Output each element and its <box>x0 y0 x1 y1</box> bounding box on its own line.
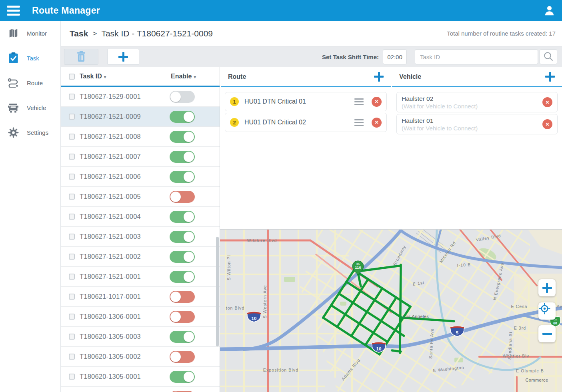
table-row[interactable]: T180620-1305-0001 <box>61 367 220 387</box>
row-checkbox[interactable] <box>69 374 75 380</box>
row-checkbox[interactable] <box>69 214 75 220</box>
table-row[interactable]: T180627-1521-0009 <box>61 107 220 127</box>
task-id-cell: T180627-1529-0001 <box>80 93 141 100</box>
enable-toggle[interactable] <box>170 371 195 383</box>
sidebar-item-monitor[interactable]: Monitor <box>0 21 60 46</box>
route-name: HU01 DTN Critical 01 <box>244 98 306 105</box>
row-checkbox[interactable] <box>69 154 75 160</box>
row-checkbox[interactable] <box>69 94 75 100</box>
map-locate-button[interactable] <box>538 302 556 320</box>
row-checkbox[interactable] <box>69 314 75 320</box>
table-row[interactable]: T180620-1305-0002 <box>61 347 220 367</box>
remove-vehicle-button[interactable]: ✕ <box>542 97 552 107</box>
enable-toggle[interactable] <box>170 271 195 283</box>
enable-toggle[interactable] <box>170 351 195 363</box>
remove-route-button[interactable]: ✕ <box>372 118 382 128</box>
enable-toggle[interactable] <box>170 211 195 223</box>
row-checkbox[interactable] <box>69 274 75 280</box>
row-checkbox[interactable] <box>69 254 75 260</box>
task-table-header: Task ID▾ Enable▾ <box>61 67 220 87</box>
trash-icon <box>76 51 86 63</box>
vehicle-status: (Wait for Vehicle to Connect) <box>402 125 478 132</box>
task-toolbar: Set Task Shift Time: <box>61 46 562 67</box>
add-task-button[interactable] <box>107 49 139 65</box>
map-zoom-out-button[interactable] <box>538 325 556 342</box>
vehicle-name: Haulster 01 <box>402 117 478 124</box>
enable-toggle[interactable] <box>170 231 195 243</box>
toggle-knob <box>184 252 194 262</box>
column-enable[interactable]: Enable▾ <box>171 73 196 80</box>
plus-icon <box>545 72 555 82</box>
vehicle-panel-title: Vehicle <box>399 73 421 80</box>
enable-toggle[interactable] <box>170 311 195 323</box>
enable-toggle[interactable] <box>170 131 195 143</box>
sidebar: Monitor Task Route Vehicle Settings <box>0 21 61 392</box>
task-id-cell: T180627-1521-0001 <box>80 273 141 280</box>
route-item[interactable]: 1 HU01 DTN Critical 01 ✕ <box>225 92 387 111</box>
table-row[interactable]: T180627-1521-0008 <box>61 127 220 147</box>
enable-toggle[interactable] <box>170 91 195 103</box>
column-task-id[interactable]: Task ID▾ <box>80 73 106 80</box>
add-vehicle-button[interactable] <box>545 72 555 82</box>
enable-toggle[interactable] <box>170 331 195 343</box>
sidebar-item-settings[interactable]: Settings <box>0 120 60 145</box>
table-row[interactable]: T180627-1521-0006 <box>61 167 220 187</box>
table-row[interactable]: T180620-1305-0003 <box>61 327 220 347</box>
enable-toggle[interactable] <box>170 191 195 203</box>
route-item[interactable]: 2 HU01 DTN Critical 02 ✕ <box>225 113 387 132</box>
enable-toggle[interactable] <box>170 251 195 263</box>
sidebar-item-vehicle[interactable]: Vehicle <box>0 95 60 120</box>
breadcrumb-section[interactable]: Task <box>70 29 88 38</box>
map-zoom-in-button[interactable] <box>538 279 556 296</box>
svg-text:10: 10 <box>376 346 382 351</box>
toggle-knob <box>184 132 194 142</box>
table-row[interactable]: T180627-1521-0001 <box>61 267 220 287</box>
table-row[interactable] <box>61 387 220 392</box>
table-row[interactable]: T180627-1521-0004 <box>61 207 220 227</box>
search-button[interactable] <box>540 49 557 64</box>
map-label: S Indiana St <box>507 331 513 360</box>
sidebar-item-route[interactable]: Route <box>0 70 60 95</box>
sidebar-item-task[interactable]: Task <box>0 46 60 70</box>
table-scrollbar[interactable] <box>216 237 219 346</box>
breadcrumb: Task > Task ID - T180627-1521-0009 <box>70 29 213 38</box>
row-checkbox[interactable] <box>69 114 75 120</box>
table-row[interactable]: T180627-1521-0003 <box>61 227 220 247</box>
drag-handle-icon[interactable] <box>354 98 364 105</box>
table-row[interactable]: T180621-1017-0001 <box>61 287 220 307</box>
enable-toggle[interactable] <box>170 151 195 163</box>
drag-handle-icon[interactable] <box>354 119 364 126</box>
row-checkbox[interactable] <box>69 354 75 360</box>
task-rows: T180627-1529-0001 T180627-1521-0009 T180… <box>61 87 220 392</box>
enable-toggle[interactable] <box>170 111 195 123</box>
select-all-checkbox[interactable] <box>69 74 75 80</box>
table-row[interactable]: T180627-1521-0005 <box>61 187 220 207</box>
remove-vehicle-button[interactable]: ✕ <box>542 119 552 129</box>
table-row[interactable]: T180627-1521-0007 <box>61 147 220 167</box>
table-row[interactable]: T180627-1521-0002 <box>61 247 220 267</box>
user-icon[interactable] <box>543 4 556 17</box>
row-checkbox[interactable] <box>69 134 75 140</box>
delete-task-button[interactable] <box>64 49 98 65</box>
map[interactable]: Wilshire BlvdS Western AveS Wilton Plton… <box>220 229 562 392</box>
vehicle-item[interactable]: Haulster 01 (Wait for Vehicle to Connect… <box>396 114 558 134</box>
vehicle-item[interactable]: Haulster 02 (Wait for Vehicle to Connect… <box>396 92 558 112</box>
map-label: E 3rd <box>514 326 526 330</box>
shift-time-input[interactable] <box>383 49 407 64</box>
row-checkbox[interactable] <box>69 194 75 200</box>
enable-toggle[interactable] <box>170 291 195 303</box>
add-route-button[interactable] <box>374 72 384 82</box>
toggle-knob <box>170 192 181 202</box>
row-checkbox[interactable] <box>69 174 75 180</box>
row-checkbox[interactable] <box>69 294 75 300</box>
enable-toggle[interactable] <box>170 171 195 183</box>
task-search-input[interactable] <box>415 49 538 64</box>
hamburger-menu-icon[interactable] <box>7 6 20 16</box>
row-checkbox[interactable] <box>69 234 75 240</box>
table-row[interactable]: T180620-1306-0001 <box>61 307 220 327</box>
remove-route-button[interactable]: ✕ <box>372 97 382 107</box>
row-checkbox[interactable] <box>69 334 75 340</box>
plus-icon <box>118 52 128 62</box>
task-id-cell: T180620-1306-0001 <box>80 313 141 320</box>
table-row[interactable]: T180627-1529-0001 <box>61 87 220 107</box>
